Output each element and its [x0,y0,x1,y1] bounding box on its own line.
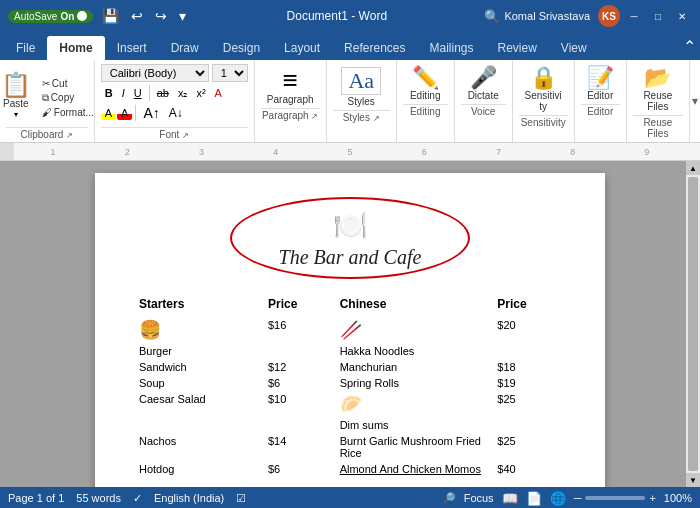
view-layout-icon[interactable]: 📄 [526,491,542,506]
zoom-slider[interactable] [585,496,645,500]
close-button[interactable]: ✕ [672,6,692,26]
sensitivity-group-label: Sensitivity [519,115,568,128]
tab-mailings[interactable]: Mailings [417,36,485,60]
sensitivity-button[interactable]: 🔒 Sensitivity [519,64,568,115]
font-color-buttons: A A A↑ A↓ [101,104,248,122]
highlight-color-button[interactable]: A [101,106,116,120]
paragraph-icon: ≡ [283,67,298,93]
font-selectors: Calibri (Body) 11 [101,64,248,82]
menu-row-5: Caesar Salad $10 🥟 $25 [135,391,565,417]
zoom-minus-icon[interactable]: ─ [574,492,582,504]
title-bar-right: 🔍 Komal Srivastava KS ─ □ ✕ [484,5,692,27]
voice-group: 🎤 Dictate Voice [455,60,513,142]
tab-view[interactable]: View [549,36,599,60]
starter-icon-cell: 🍔 [135,317,264,343]
scroll-up-button[interactable]: ▲ [686,161,700,175]
hotdog-name: Hotdog [135,461,264,477]
menu-row-4: Soup $6 Spring Rolls $19 [135,375,565,391]
text-effects-button[interactable]: A [211,86,226,100]
font-size-select[interactable]: 11 [212,64,248,82]
focus-icon[interactable]: 🔎 [442,492,456,505]
paragraph-button[interactable]: ≡ Paragraph [262,64,319,108]
zoom-plus-icon[interactable]: + [649,492,655,504]
restaurant-name: The Bar and Cafe [279,246,422,269]
tab-insert[interactable]: Insert [105,36,159,60]
font-color-button[interactable]: A [117,106,132,120]
styles-label: Styles [348,96,375,107]
cut-button[interactable]: ✂ Cut [38,77,98,90]
view-web-icon[interactable]: 🌐 [550,491,566,506]
manchurian-name: Manchurian [336,359,494,375]
maximize-button[interactable]: □ [648,6,668,26]
reuse-files-button[interactable]: 📂 Reuse Files [633,64,683,115]
document-area: ▲ ▼ 🍽️ The Bar and Cafe Starters Price C… [0,161,700,487]
undo-icon[interactable]: ↩ [128,7,146,25]
burnt-garlic-name: Burnt Garlic Mushroom Fried Rice [336,433,494,461]
header-chinese: Chinese [336,295,494,317]
document-header: 🍽️ The Bar and Cafe [135,197,565,279]
vertical-scrollbar[interactable]: ▲ ▼ [686,161,700,487]
copy-button[interactable]: ⧉ Copy [38,91,98,105]
tab-review[interactable]: Review [486,36,549,60]
scroll-down-button[interactable]: ▼ [686,473,700,487]
spell-check-icon[interactable]: ✓ [133,492,142,505]
sandwich-price: $12 [264,359,336,375]
tab-file[interactable]: File [4,36,47,60]
font-group: Calibri (Body) 11 B I U ab x₂ x² A [95,60,255,142]
tab-layout[interactable]: Layout [272,36,332,60]
manchurian-price: $18 [493,359,565,375]
format-painter-button[interactable]: 🖌 Format... [38,106,98,119]
dim-sums-name: Dim sums [336,417,494,433]
ruler-marks: 123 456 789 [16,147,684,157]
burger-price [264,343,336,359]
save-icon[interactable]: 💾 [99,7,122,25]
styles-button[interactable]: Aa Styles [336,64,386,110]
superscript-button[interactable]: x² [192,86,209,100]
search-icon[interactable]: 🔍 [484,9,500,24]
tab-references[interactable]: References [332,36,417,60]
font-size-increase-button[interactable]: A↑ [139,104,163,122]
clipboard-group: 📋 Paste ▾ ✂ Cut ⧉ Copy 🖌 Format... Clipb… [0,60,95,142]
strikethrough-button[interactable]: ab [153,86,173,100]
ribbon-scroll-down-icon[interactable]: ▾ [692,94,698,108]
paste-button[interactable]: 📋 Paste ▾ [0,70,36,122]
editing-button[interactable]: ✏️ Editing [405,64,446,104]
editing-group: ✏️ Editing Editing [397,60,455,142]
document-title: Document1 - Word [189,9,484,23]
subscript-button[interactable]: x₂ [174,86,192,101]
font-family-select[interactable]: Calibri (Body) [101,64,209,82]
editor-button[interactable]: 📝 Editor [582,64,619,104]
styles-group-label: Styles ↗ [333,110,390,123]
menu-table-header-row: Starters Price Chinese Price [135,295,565,317]
tab-design[interactable]: Design [211,36,272,60]
paragraph-label: Paragraph [267,94,314,105]
ribbon-content: 📋 Paste ▾ ✂ Cut ⧉ Copy 🖌 Format... Clipb… [0,60,700,142]
autosave-toggle[interactable]: AutoSave On [8,10,93,23]
redo-icon[interactable]: ↪ [152,7,170,25]
empty-price [264,417,336,433]
tab-home[interactable]: Home [47,36,104,60]
cut-icon: ✂ [42,78,50,89]
title-bar-left: AutoSave On 💾 ↩ ↪ ▾ [8,7,189,25]
page-info: Page 1 of 1 [8,492,64,504]
view-read-icon[interactable]: 📖 [502,491,518,506]
italic-button[interactable]: I [118,86,129,100]
status-bar: Page 1 of 1 55 words ✓ English (India) ☑… [0,487,700,508]
underline-button[interactable]: U [130,86,146,100]
soup-price: $6 [264,375,336,391]
sandwich-name: Sandwich [135,359,264,375]
hakka-price [493,343,565,359]
customize-icon[interactable]: ▾ [176,7,189,25]
accessibility-icon[interactable]: ☑ [236,492,246,505]
font-size-decrease-button[interactable]: A↓ [165,105,187,121]
autosave-label: AutoSave [14,11,57,22]
minimize-button[interactable]: ─ [624,6,644,26]
tab-draw[interactable]: Draw [159,36,211,60]
title-bar: AutoSave On 💾 ↩ ↪ ▾ Document1 - Word 🔍 K… [0,0,700,32]
dictate-button[interactable]: 🎤 Dictate [463,64,504,104]
collapse-ribbon-icon[interactable]: ⌃ [683,37,696,56]
paste-dropdown-icon[interactable]: ▾ [14,110,18,119]
dim-sums-icon: 🥟 [340,394,362,414]
scroll-thumb[interactable] [688,177,698,471]
bold-button[interactable]: B [101,86,117,100]
